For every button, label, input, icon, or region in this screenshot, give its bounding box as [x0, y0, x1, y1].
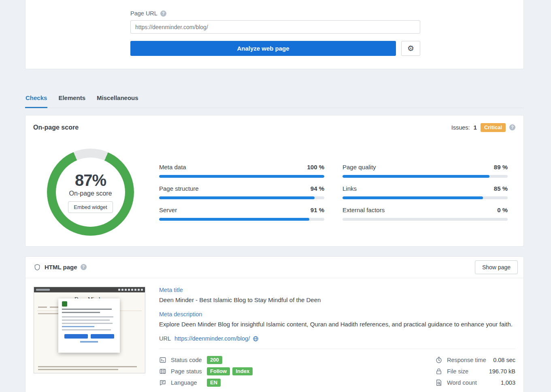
- issues-count: 1: [474, 124, 477, 131]
- url-label: URL: [159, 335, 171, 342]
- file-size-icon: [435, 368, 443, 375]
- analyze-button[interactable]: Analyze web page: [130, 41, 396, 56]
- metric-label: External factors: [343, 207, 385, 213]
- metric-server: Server 91 %: [159, 207, 324, 221]
- shield-icon: [34, 264, 41, 271]
- tab-checks[interactable]: Checks: [25, 94, 47, 108]
- stat-label: File size: [447, 368, 468, 375]
- score-card-title: On-page score: [33, 124, 79, 131]
- language-badge: EN: [207, 379, 221, 387]
- issues-label: Issues:: [451, 124, 470, 131]
- stats-left-column: Status code 200 Page status Follow Index: [159, 354, 255, 388]
- metric-links: Links 85 %: [343, 185, 508, 199]
- metric-label: Page quality: [343, 164, 376, 170]
- progress-bar: [343, 175, 508, 178]
- meta-title-value: Deen Minder - Best Islamic Blog to Stay …: [159, 296, 515, 304]
- metric-label: Meta data: [159, 164, 186, 170]
- word-count-value: 1,003: [501, 379, 515, 386]
- tab-elements[interactable]: Elements: [58, 94, 86, 108]
- metric-label: Links: [343, 185, 357, 192]
- settings-button[interactable]: ⚙: [401, 41, 420, 56]
- word-count-icon: [435, 379, 443, 386]
- score-value: 87%: [75, 171, 106, 190]
- stat-response-time: Response time 0.08 sec: [435, 354, 515, 366]
- metric-value: 100 %: [307, 164, 324, 170]
- stat-language: Language EN: [159, 377, 255, 388]
- gear-icon: ⚙: [407, 45, 414, 52]
- metric-page-structure: Page structure 94 %: [159, 185, 324, 199]
- status-code-icon: [159, 356, 166, 364]
- consent-dialog-logo: [62, 301, 67, 307]
- metrics-column-left: Meta data 100 % Page structure 94 % Serv…: [159, 164, 324, 228]
- metrics-column-right: Page quality 89 % Links 85 % External fa…: [343, 164, 508, 228]
- on-page-score-card: On-page score Issues: 1 Critical ? 87% O…: [25, 115, 524, 247]
- page-url-link-text: https://deenminder.com/blog/: [174, 335, 250, 342]
- stat-label: Word count: [447, 379, 477, 386]
- stat-label: Language: [171, 379, 207, 386]
- metric-page-quality: Page quality 89 %: [343, 164, 508, 178]
- meta-description-label: Meta description: [159, 311, 515, 317]
- main-container: Page URL ? Analyze web page ⚙ Checks Ele…: [25, 0, 524, 392]
- analyze-panel: Page URL ? Analyze web page ⚙: [25, 0, 524, 69]
- consent-manage-options: [80, 341, 98, 343]
- score-label: On-page score: [69, 190, 112, 197]
- stat-label: Status code: [171, 357, 207, 363]
- score-donut: 87% On-page score Embed widget: [47, 149, 134, 236]
- file-size-value: 196.70 kB: [489, 368, 515, 375]
- issues-help-icon[interactable]: ?: [509, 124, 515, 130]
- page-url-input[interactable]: [130, 20, 420, 34]
- show-page-button[interactable]: Show page: [475, 260, 518, 274]
- tab-bar: Checks Elements Miscellaneous: [25, 94, 524, 108]
- html-page-card: HTML page ? Show page Deen Minder: [25, 256, 524, 392]
- page-url-link[interactable]: https://deenminder.com/blog/: [174, 335, 259, 342]
- progress-bar: [159, 218, 324, 221]
- page-url-help-icon[interactable]: ?: [160, 11, 166, 17]
- html-page-title: HTML page: [45, 264, 77, 271]
- stat-page-status: Page status Follow Index: [159, 366, 255, 377]
- metric-value: 85 %: [494, 185, 508, 192]
- response-time-icon: [435, 356, 443, 364]
- metric-meta-data: Meta data 100 %: [159, 164, 324, 178]
- metric-value: 89 %: [494, 164, 508, 170]
- consent-dialog: [58, 298, 120, 353]
- metric-external-factors: External factors 0 %: [343, 207, 508, 221]
- globe-icon: [253, 336, 259, 342]
- metric-value: 0 %: [497, 207, 508, 213]
- progress-bar: [343, 196, 508, 199]
- page-thumbnail: Deen Minder: [34, 287, 145, 373]
- meta-title-label: Meta title: [159, 287, 515, 293]
- thumbnail-toolbar: [34, 287, 145, 292]
- stats-right-column: Response time 0.08 sec File size 196.70 …: [435, 354, 515, 388]
- embed-widget-button[interactable]: Embed widget: [68, 201, 113, 213]
- issues-summary: Issues: 1 Critical ?: [451, 123, 515, 132]
- meta-description-value: Explore Deen Minder Blog for insightful …: [159, 320, 515, 328]
- language-icon: [159, 379, 166, 386]
- progress-bar: [159, 175, 324, 178]
- tab-miscellaneous[interactable]: Miscellaneous: [96, 94, 139, 108]
- stat-status-code: Status code 200: [159, 354, 255, 366]
- stat-label: Response time: [447, 357, 486, 363]
- html-page-help-icon[interactable]: ?: [81, 264, 87, 270]
- meta-info-block: Meta title Deen Minder - Best Islamic Bl…: [159, 287, 515, 389]
- metric-label: Page structure: [159, 185, 199, 192]
- page-status-icon: [159, 368, 166, 375]
- response-time-value: 0.08 sec: [493, 357, 515, 363]
- metric-value: 91 %: [311, 207, 324, 213]
- index-badge: Index: [232, 367, 253, 376]
- page-url-label: Page URL: [130, 10, 157, 17]
- metric-label: Server: [159, 207, 177, 213]
- progress-bar: [343, 218, 508, 221]
- status-code-badge: 200: [207, 356, 222, 364]
- follow-badge: Follow: [207, 367, 230, 376]
- stats-divider: [159, 349, 515, 349]
- thumbnail-footer-text: [38, 364, 141, 370]
- stat-word-count: Word count 1,003: [435, 377, 515, 388]
- stat-file-size: File size 196.70 kB: [435, 366, 515, 377]
- progress-bar: [159, 196, 324, 199]
- stat-label: Page status: [171, 368, 207, 375]
- critical-badge: Critical: [481, 123, 506, 132]
- metric-value: 94 %: [311, 185, 324, 192]
- consent-dialog-buttons: [62, 334, 116, 339]
